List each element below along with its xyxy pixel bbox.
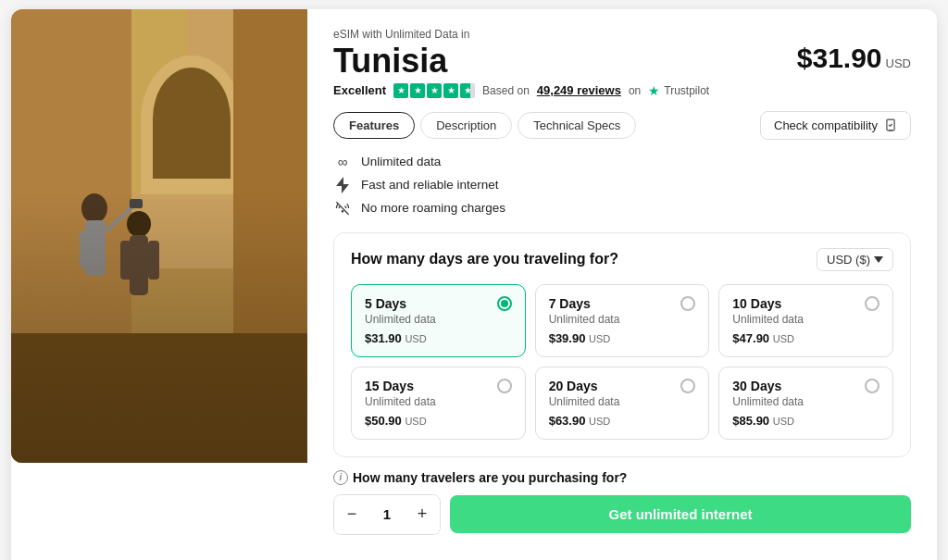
quantity-decrease-button[interactable]: − — [334, 495, 369, 534]
product-title: Tunisia — [333, 43, 447, 80]
day-card-30-header: 30 Days — [732, 379, 879, 393]
day-20-data: Unlimited data — [549, 395, 696, 408]
star-3: ★ — [427, 83, 442, 98]
esim-label: eSIM with Unlimited Data in — [333, 28, 911, 41]
day-15-price: $50.90 USD — [365, 414, 512, 428]
day-card-15[interactable]: 15 Days Unlimited data $50.90 USD — [351, 367, 526, 440]
day-7-price: $39.90 USD — [549, 331, 696, 345]
svg-marker-22 — [336, 177, 349, 193]
get-internet-button[interactable]: Get unlimited internet — [450, 495, 911, 533]
reviews-link[interactable]: 49,249 reviews — [537, 83, 621, 97]
day-card-20-header: 20 Days — [549, 379, 696, 393]
tabs-row: Features Description Technical Specs Che… — [333, 111, 911, 140]
svg-rect-19 — [148, 241, 159, 280]
day-30-radio — [865, 379, 879, 393]
star-1: ★ — [393, 83, 408, 98]
day-card-5-header: 5 Days — [365, 296, 512, 311]
trustpilot-badge: ★ Trustpilot — [648, 83, 709, 98]
day-10-data: Unlimited data — [732, 313, 879, 326]
svg-rect-15 — [80, 231, 91, 268]
day-7-label: 7 Days — [549, 296, 591, 311]
features-list: ∞ Unlimited data Fast and reliable inter… — [333, 153, 911, 218]
feature-fast-internet: Fast and reliable internet — [333, 176, 911, 194]
tab-technical-specs[interactable]: Technical Specs — [518, 112, 636, 139]
travelers-section: i How many travelers are you purchasing … — [333, 470, 911, 535]
info-icon: i — [333, 470, 348, 485]
day-card-20[interactable]: 20 Days Unlimited data $63.90 USD — [535, 367, 710, 440]
chevron-down-icon — [874, 256, 883, 263]
product-image — [11, 9, 307, 463]
trustpilot-star: ★ — [648, 83, 660, 98]
price-currency: USD — [886, 56, 911, 70]
svg-point-16 — [127, 211, 151, 237]
quantity-increase-button[interactable]: + — [405, 495, 440, 534]
svg-rect-7 — [153, 118, 231, 179]
day-7-radio — [680, 296, 695, 311]
bolt-icon — [336, 177, 349, 193]
day-card-7[interactable]: 7 Days Unlimited data $39.90 USD — [535, 284, 710, 357]
tab-features[interactable]: Features — [333, 112, 415, 139]
day-20-price: $63.90 USD — [549, 414, 696, 428]
reviews-suffix: on — [629, 84, 641, 97]
feature-text-1: Unlimited data — [361, 155, 441, 168]
days-grid: 5 Days Unlimited data $31.90 USD 7 Days — [351, 284, 893, 440]
day-30-label: 30 Days — [732, 379, 781, 393]
star-5: ★ — [460, 83, 475, 98]
day-card-7-header: 7 Days — [549, 296, 696, 311]
travelers-title-text: How many travelers are you purchasing fo… — [353, 470, 627, 485]
day-card-10-header: 10 Days — [732, 296, 879, 311]
check-compatibility-button[interactable]: Check compatibility — [760, 111, 911, 140]
destination-illustration — [11, 9, 307, 463]
title-price-row: Tunisia $31.90 USD — [333, 43, 911, 80]
feature-text-2: Fast and reliable internet — [361, 178, 499, 192]
price-main: $31.90 — [797, 43, 882, 74]
day-15-label: 15 Days — [365, 379, 414, 393]
feature-text-3: No more roaming charges — [361, 201, 505, 215]
currency-label: USD ($) — [827, 253, 870, 267]
day-5-data: Unlimited data — [365, 313, 512, 326]
rating-row: Excellent ★ ★ ★ ★ ★ Based on 49,249 revi… — [333, 83, 911, 98]
svg-rect-18 — [120, 241, 131, 280]
svg-line-23 — [336, 202, 348, 214]
day-5-label: 5 Days — [365, 296, 406, 311]
svg-rect-17 — [130, 235, 148, 295]
svg-rect-12 — [85, 220, 106, 276]
star-2: ★ — [410, 83, 425, 98]
svg-rect-14 — [130, 199, 143, 208]
main-content: eSIM with Unlimited Data in Tunisia $31.… — [11, 9, 937, 560]
day-card-10[interactable]: 10 Days Unlimited data $47.90 USD — [718, 284, 893, 357]
travelers-row: − 1 + Get unlimited internet — [333, 494, 911, 535]
currency-selector[interactable]: USD ($) — [817, 248, 893, 271]
day-5-radio — [497, 296, 512, 311]
days-title: How many days are you traveling for? — [351, 251, 618, 268]
day-15-data: Unlimited data — [365, 395, 512, 408]
feature-unlimited-data: ∞ Unlimited data — [333, 153, 911, 171]
day-card-5[interactable]: 5 Days Unlimited data $31.90 USD — [351, 284, 526, 357]
tab-description[interactable]: Description — [420, 112, 512, 139]
day-10-radio — [865, 296, 879, 311]
check-compat-label: Check compatibility — [774, 118, 878, 132]
svg-rect-9 — [233, 9, 307, 463]
phone-check-icon — [884, 118, 897, 131]
day-20-label: 20 Days — [549, 379, 598, 393]
day-10-price: $47.90 USD — [732, 331, 879, 345]
day-20-radio — [680, 379, 695, 393]
lightning-icon — [333, 176, 352, 194]
svg-rect-2 — [11, 9, 131, 463]
day-card-30[interactable]: 30 Days Unlimited data $85.90 USD — [718, 367, 893, 440]
svg-line-13 — [106, 204, 136, 231]
svg-point-24 — [342, 210, 343, 211]
day-7-data: Unlimited data — [549, 313, 696, 326]
page-wrapper: eSIM with Unlimited Data in Tunisia $31.… — [11, 9, 937, 560]
day-10-label: 10 Days — [732, 296, 781, 311]
svg-point-11 — [81, 193, 107, 223]
days-header: How many days are you traveling for? USD… — [351, 248, 893, 271]
tabs: Features Description Technical Specs — [333, 112, 636, 139]
no-signal-icon — [335, 201, 350, 216]
rating-label: Excellent — [333, 83, 386, 97]
destination-image — [11, 9, 307, 463]
day-card-15-header: 15 Days — [365, 379, 512, 393]
quantity-control: − 1 + — [333, 494, 441, 535]
travelers-title: i How many travelers are you purchasing … — [333, 470, 911, 485]
day-5-price: $31.90 USD — [365, 331, 512, 345]
